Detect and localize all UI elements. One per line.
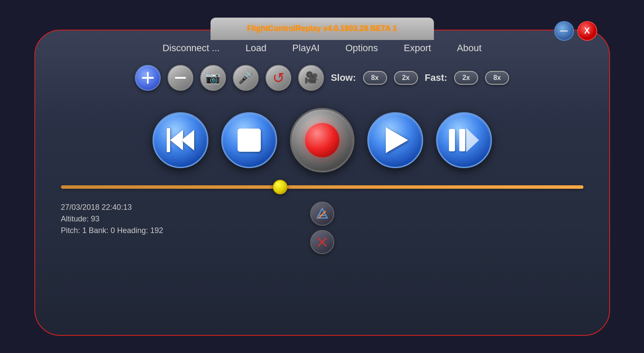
minus-icon bbox=[175, 77, 186, 79]
mic-icon: 🎤 bbox=[238, 71, 253, 85]
minimize-icon: — bbox=[560, 26, 568, 35]
slow-2x-button[interactable]: 2x bbox=[394, 71, 418, 85]
record-icon bbox=[305, 123, 339, 157]
timeline-slider[interactable] bbox=[35, 185, 609, 189]
title-tab: FlightControlReplay v4.0.1803.28 BETA 1 bbox=[211, 18, 434, 40]
add-button[interactable] bbox=[135, 65, 161, 91]
fast-2x-label: 2x bbox=[462, 74, 470, 82]
status-section: 27/03/2018 22:40:13 Altitude: 93 Pitch: … bbox=[35, 197, 609, 241]
menu-export[interactable]: Export bbox=[404, 43, 431, 54]
play-icon bbox=[386, 127, 408, 153]
fast-8x-button[interactable]: 8x bbox=[485, 71, 509, 85]
rewind-button[interactable] bbox=[153, 112, 208, 168]
stop-icon bbox=[238, 129, 261, 152]
pencil-icon bbox=[315, 207, 329, 221]
remove-button[interactable] bbox=[168, 65, 193, 91]
close-button[interactable]: X bbox=[577, 21, 597, 41]
toolbar: 📷 🎤 ↺ 🎥 Slow: 8x 2x bbox=[35, 61, 609, 99]
slider-track bbox=[61, 185, 583, 189]
menu-disconnect[interactable]: Disconnect ... bbox=[162, 43, 220, 54]
fast-8x-label: 8x bbox=[493, 74, 501, 82]
fast-2x-button[interactable]: 2x bbox=[454, 71, 478, 85]
video-record-icon: 🎥 bbox=[304, 71, 318, 84]
slow-8x-label: 8x bbox=[371, 74, 379, 82]
minimize-button[interactable]: — bbox=[554, 21, 574, 41]
video-record-button[interactable]: 🎥 bbox=[298, 65, 324, 91]
window-controls: — X bbox=[554, 21, 597, 41]
slider-thumb[interactable] bbox=[273, 180, 287, 194]
main-panel: Disconnect ... Load PlayAI Options Expor… bbox=[34, 30, 610, 336]
play-button[interactable] bbox=[367, 112, 423, 168]
edit-button[interactable] bbox=[310, 202, 334, 226]
transport-controls bbox=[35, 99, 609, 185]
undo-button[interactable]: ↺ bbox=[266, 65, 291, 91]
mic-button[interactable]: 🎤 bbox=[233, 65, 259, 91]
delete-button[interactable] bbox=[310, 230, 334, 254]
camera-button[interactable]: 📷 bbox=[200, 65, 226, 91]
stop-button[interactable] bbox=[221, 112, 277, 168]
rewind-icon bbox=[167, 128, 194, 152]
record-button[interactable] bbox=[290, 108, 354, 172]
app-title: FlightControlReplay v4.0.1803.28 BETA 1 bbox=[247, 24, 397, 33]
close-icon: X bbox=[584, 26, 590, 36]
menu-about[interactable]: About bbox=[457, 43, 482, 54]
menu-options[interactable]: Options bbox=[345, 43, 378, 54]
pause-button[interactable] bbox=[436, 112, 492, 168]
plus-icon bbox=[142, 72, 154, 84]
delete-icon bbox=[316, 236, 328, 248]
pause-icon bbox=[449, 129, 465, 151]
status-action-buttons bbox=[310, 202, 334, 254]
slow-8x-button[interactable]: 8x bbox=[363, 71, 387, 85]
slow-label: Slow: bbox=[331, 72, 356, 83]
menu-load[interactable]: Load bbox=[245, 43, 266, 54]
fast-label: Fast: bbox=[425, 72, 448, 83]
camera-icon: 📷 bbox=[205, 71, 220, 85]
svg-marker-0 bbox=[317, 209, 327, 218]
undo-icon: ↺ bbox=[272, 69, 284, 86]
menu-playai[interactable]: PlayAI bbox=[292, 43, 320, 54]
slow-2x-label: 2x bbox=[402, 74, 410, 82]
